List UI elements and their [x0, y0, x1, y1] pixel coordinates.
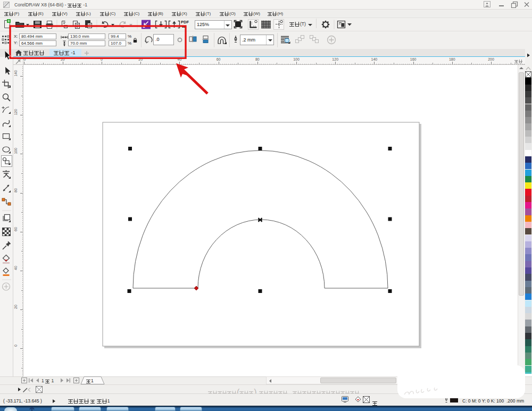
svg-text:PDF: PDF: [181, 20, 189, 24]
svg-text:■■: ■■: [182, 25, 185, 28]
